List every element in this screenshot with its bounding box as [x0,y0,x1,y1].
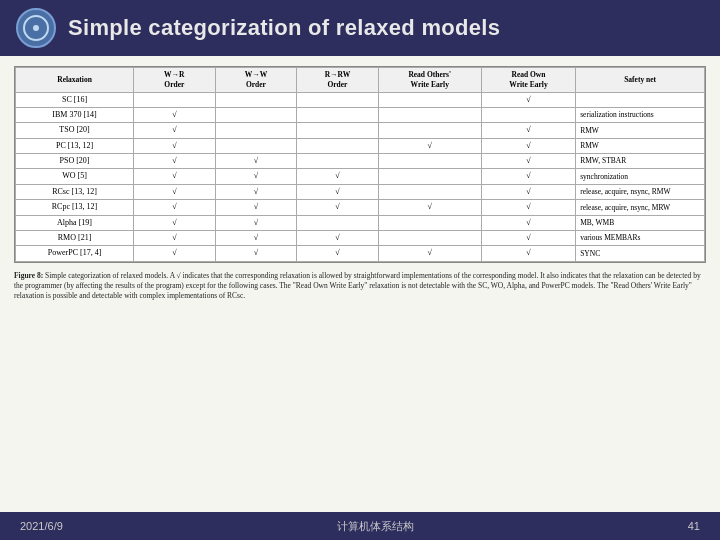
cell-rowear: √ [378,138,481,153]
footer-date: 2021/6/9 [20,520,63,532]
content-area: Relaxation W→ROrder W→WOrder R→RWOrder R… [0,56,720,512]
table-row: TSO [20]√√RMW [16,123,705,138]
cell-rown: √ [481,231,575,246]
cell-rowear [378,123,481,138]
cell-ww [215,107,297,122]
slide: Simple categorization of relaxed models … [0,0,720,540]
footer-page: 41 [688,520,700,532]
cell-ww: √ [215,184,297,199]
cell-notes: synchronization [576,169,705,184]
cell-rwr: √ [297,184,379,199]
cell-rwr [297,154,379,169]
cell-ww: √ [215,246,297,261]
cell-rowear [378,107,481,122]
col-header-read-others: Read Others'Write Early [378,68,481,93]
table-row: RCsc [13, 12]√√√√release, acquire, nsync… [16,184,705,199]
cell-rown: √ [481,215,575,230]
cell-rowear: √ [378,246,481,261]
cell-rwr [297,92,379,107]
cell-wr: √ [134,184,216,199]
col-header-rwr: R→RWOrder [297,68,379,93]
table-row: Alpha [19]√√√MB, WMB [16,215,705,230]
cell-notes: MB, WMB [576,215,705,230]
cell-model: RCsc [13, 12] [16,184,134,199]
cell-model: RCpc [13, 12] [16,200,134,215]
header: Simple categorization of relaxed models [0,0,720,56]
cell-rown: √ [481,154,575,169]
col-header-safety: Safety net [576,68,705,93]
cell-rowear [378,184,481,199]
col-header-wr: W→ROrder [134,68,216,93]
cell-ww [215,123,297,138]
cell-wr [134,92,216,107]
cell-rown: √ [481,246,575,261]
cell-wr: √ [134,169,216,184]
table-row: SC [16]√ [16,92,705,107]
col-header-relaxation: Relaxation [16,68,134,93]
cell-ww [215,138,297,153]
cell-model: TSO [20] [16,123,134,138]
col-header-ww: W→WOrder [215,68,297,93]
cell-rown: √ [481,200,575,215]
table-row: WO [5]√√√√synchronization [16,169,705,184]
logo-dot [33,25,39,31]
cell-notes: RMW [576,138,705,153]
cell-notes: release, acquire, nsync, RMW [576,184,705,199]
cell-rwr: √ [297,246,379,261]
cell-rwr [297,138,379,153]
cell-wr: √ [134,154,216,169]
logo-inner [23,15,49,41]
cell-notes: release, acquire, nsync, MRW [576,200,705,215]
data-table: Relaxation W→ROrder W→WOrder R→RWOrder R… [14,66,706,263]
table-row: IBM 370 [14]√serialization instructions [16,107,705,122]
cell-ww: √ [215,200,297,215]
cell-rowear [378,215,481,230]
table-row: RCpc [13, 12]√√√√√release, acquire, nsyn… [16,200,705,215]
cell-rwr [297,215,379,230]
cell-model: Alpha [19] [16,215,134,230]
cell-ww: √ [215,154,297,169]
cell-wr: √ [134,215,216,230]
cell-rown [481,107,575,122]
cell-wr: √ [134,246,216,261]
cell-wr: √ [134,123,216,138]
cell-notes: serialization instructions [576,107,705,122]
cell-rwr: √ [297,169,379,184]
cell-ww: √ [215,215,297,230]
cell-rown: √ [481,138,575,153]
cell-model: PowerPC [17, 4] [16,246,134,261]
cell-model: PC [13, 12] [16,138,134,153]
cell-rwr [297,123,379,138]
cell-wr: √ [134,200,216,215]
cell-rowear [378,154,481,169]
cell-rowear: √ [378,200,481,215]
cell-notes [576,92,705,107]
col-header-read-own: Read OwnWrite Early [481,68,575,93]
cell-notes: various MEMBARs [576,231,705,246]
cell-wr: √ [134,138,216,153]
logo [16,8,56,48]
cell-wr: √ [134,231,216,246]
cell-model: IBM 370 [14] [16,107,134,122]
cell-rown: √ [481,169,575,184]
figure-label: Figure 8: [14,271,43,280]
cell-rown: √ [481,92,575,107]
cell-ww: √ [215,169,297,184]
caption-text: Simple categorization of relaxed models.… [14,271,701,300]
table-row: PSO [20]√√√RMW, STBAR [16,154,705,169]
cell-model: WO [5] [16,169,134,184]
cell-model: PSO [20] [16,154,134,169]
cell-rown: √ [481,184,575,199]
cell-rowear [378,169,481,184]
cell-wr: √ [134,107,216,122]
table-row: RMO [21]√√√√various MEMBARs [16,231,705,246]
cell-notes: RMW, STBAR [576,154,705,169]
cell-notes: SYNC [576,246,705,261]
footer-subtitle: 计算机体系结构 [337,519,414,534]
cell-model: RMO [21] [16,231,134,246]
cell-rown: √ [481,123,575,138]
cell-rowear [378,231,481,246]
cell-rwr: √ [297,231,379,246]
cell-ww: √ [215,231,297,246]
cell-rowear [378,92,481,107]
